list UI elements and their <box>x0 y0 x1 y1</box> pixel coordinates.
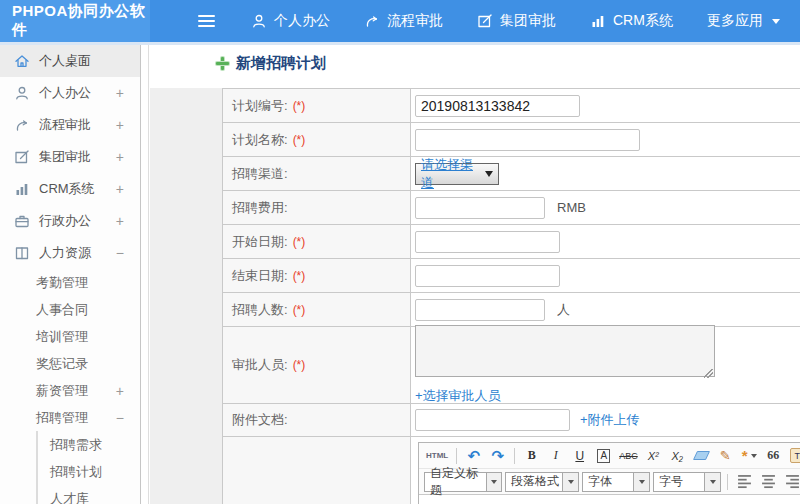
field-value-cell: RMB <box>411 191 800 224</box>
align-left-button[interactable] <box>734 472 755 492</box>
page-header: 新增招聘计划 <box>216 54 326 73</box>
field-label: 结束日期: <box>232 267 288 285</box>
font-border-button[interactable]: A <box>593 446 614 466</box>
sidebar-item-label: 个人桌面 <box>39 52 91 70</box>
expander-minus-icon[interactable]: − <box>116 245 124 261</box>
nav-item-5[interactable]: 更多应用 <box>707 12 780 30</box>
sidebar-item-流程审批[interactable]: 流程审批+ <box>0 109 140 141</box>
paragraph-format-select[interactable]: 段落格式 <box>505 472 579 492</box>
approvers-textarea[interactable] <box>415 325 715 377</box>
field-label: 招聘费用: <box>232 199 288 217</box>
sidebar-item-招聘需求[interactable]: 招聘需求 <box>38 431 140 458</box>
expander-plus-icon[interactable]: + <box>116 149 124 165</box>
home-icon <box>14 53 30 69</box>
font-size-select[interactable]: 字号 <box>653 472 721 492</box>
field-value-cell <box>411 89 800 122</box>
subscript-button[interactable]: X₂ <box>667 446 688 466</box>
button-glyph: I <box>554 448 558 463</box>
sidebar-item-招聘管理[interactable]: 招聘管理− <box>0 404 140 431</box>
hamburger-menu-icon[interactable] <box>198 15 215 27</box>
italic-button[interactable]: I <box>545 446 566 466</box>
sidebar-item-集团审批[interactable]: 集团审批+ <box>0 141 140 173</box>
select-label: 字体 <box>588 473 612 490</box>
align-right-button[interactable] <box>782 472 800 492</box>
nav-item-1[interactable]: 个人办公 <box>251 12 330 30</box>
sidebar-item-个人桌面[interactable]: 个人桌面 <box>0 45 140 77</box>
button-glyph: U <box>575 449 584 463</box>
sidebar-item-行政办公[interactable]: 行政办公+ <box>0 205 140 237</box>
field-label: 审批人员: <box>232 356 288 374</box>
field-label-cell: 计划名称:(*) <box>223 123 411 156</box>
superscript-button[interactable]: X² <box>643 446 664 466</box>
attachment-upload-link[interactable]: +附件上传 <box>580 411 640 429</box>
sidebar-item-招聘计划[interactable]: 招聘计划 <box>38 458 140 485</box>
recruit-count-input[interactable] <box>415 299 545 321</box>
bold-button[interactable]: B <box>521 446 542 466</box>
button-glyph: * <box>742 447 748 464</box>
sidebar-item-人才库[interactable]: 人才库 <box>38 485 140 504</box>
align-center-button[interactable] <box>758 472 779 492</box>
sidebar-item-CRM系统[interactable]: CRM系统+ <box>0 173 140 205</box>
nav-item-3[interactable]: 集团审批 <box>477 12 556 30</box>
eraser-button[interactable] <box>691 446 712 466</box>
strikethrough-button[interactable]: ABC <box>617 446 640 466</box>
app-window: PHPOA协同办公软件 个人办公流程审批集团审批CRM系统更多应用 个人桌面个人… <box>0 0 800 504</box>
format-brush-button[interactable]: ✎ <box>715 446 736 466</box>
underline-button[interactable]: U <box>569 446 590 466</box>
undo-button[interactable]: ↶ <box>463 446 484 466</box>
expander-plus-icon[interactable]: + <box>116 213 124 229</box>
sidebar-item-label: 人力资源 <box>39 244 91 262</box>
workflow-icon <box>14 117 30 133</box>
expander-plus-icon[interactable]: + <box>116 85 124 101</box>
field-label-cell: 招聘人数:(*) <box>223 293 411 326</box>
autoformat-button[interactable]: * <box>739 446 760 466</box>
sidebar-scroll-gutter <box>140 45 149 504</box>
sidebar-item-考勤管理[interactable]: 考勤管理 <box>0 269 140 296</box>
field-label: 附件文档: <box>232 411 288 429</box>
start-date-input[interactable] <box>415 231 560 253</box>
plan-number-input[interactable] <box>415 95 580 117</box>
paste-text-button[interactable]: T <box>787 446 800 466</box>
form-row-content-editor: HTML↶↷BIUAABCX²X₂✎*66TAab自定义标题段落格式字体字号 <box>223 437 800 504</box>
redo-button[interactable]: ↷ <box>487 446 508 466</box>
nav-item-2[interactable]: 流程审批 <box>364 12 443 30</box>
main-content: 新增招聘计划 计划编号:(*)计划名称:(*)招聘渠道:请选择渠道招聘费用:RM… <box>150 45 800 504</box>
expander-plus-icon[interactable]: + <box>116 181 124 197</box>
toolbar-separator <box>514 448 515 464</box>
sidebar-item-label: 考勤管理 <box>36 274 88 292</box>
font-family-select[interactable]: 字体 <box>582 472 650 492</box>
end-date-input[interactable] <box>415 265 560 287</box>
blockquote-button[interactable]: 66 <box>763 446 784 466</box>
attachment-input[interactable] <box>415 409 570 431</box>
plan-name-input[interactable] <box>415 129 640 151</box>
field-label: 计划编号: <box>232 97 288 115</box>
sidebar-item-人力资源[interactable]: 人力资源− <box>0 237 140 269</box>
header-divider <box>0 42 800 45</box>
custom-title-select[interactable]: 自定义标题 <box>424 472 502 492</box>
expander-plus-icon[interactable]: + <box>116 117 124 133</box>
recruit-cost-input[interactable] <box>415 197 545 219</box>
html-source-button[interactable]: HTML <box>424 446 450 466</box>
expander-plus-icon[interactable]: + <box>116 383 124 399</box>
required-mark: (*) <box>293 99 306 113</box>
recruit-plan-form: 计划编号:(*)计划名称:(*)招聘渠道:请选择渠道招聘费用:RMB开始日期:(… <box>222 88 800 504</box>
expander-minus-icon[interactable]: − <box>116 410 124 426</box>
nav-item-label: 流程审批 <box>387 12 443 30</box>
form-row-plan-number: 计划编号:(*) <box>223 89 800 123</box>
sidebar-item-人事合同[interactable]: 人事合同 <box>0 296 140 323</box>
sidebar-item-培训管理[interactable]: 培训管理 <box>0 323 140 350</box>
resize-handle[interactable] <box>704 369 713 378</box>
field-label-cell: 结束日期:(*) <box>223 259 411 292</box>
sidebar-item-奖惩记录[interactable]: 奖惩记录 <box>0 350 140 377</box>
approvers-picker-link[interactable]: +选择审批人员 <box>415 387 501 405</box>
form-row-plan-name: 计划名称:(*) <box>223 123 800 157</box>
button-glyph: HTML <box>426 451 448 460</box>
editor-toolbar-row2: 自定义标题段落格式字体字号 <box>419 469 800 495</box>
sidebar-item-label: 招聘管理 <box>36 409 88 427</box>
sidebar-item-个人办公[interactable]: 个人办公+ <box>0 77 140 109</box>
form-row-recruit-count: 招聘人数:(*)人 <box>223 293 800 327</box>
nav-item-4[interactable]: CRM系统 <box>590 12 673 30</box>
nav-item-label: 个人办公 <box>274 12 330 30</box>
recruit-channel-select[interactable]: 请选择渠道 <box>415 163 499 185</box>
sidebar-item-薪资管理[interactable]: 薪资管理+ <box>0 377 140 404</box>
